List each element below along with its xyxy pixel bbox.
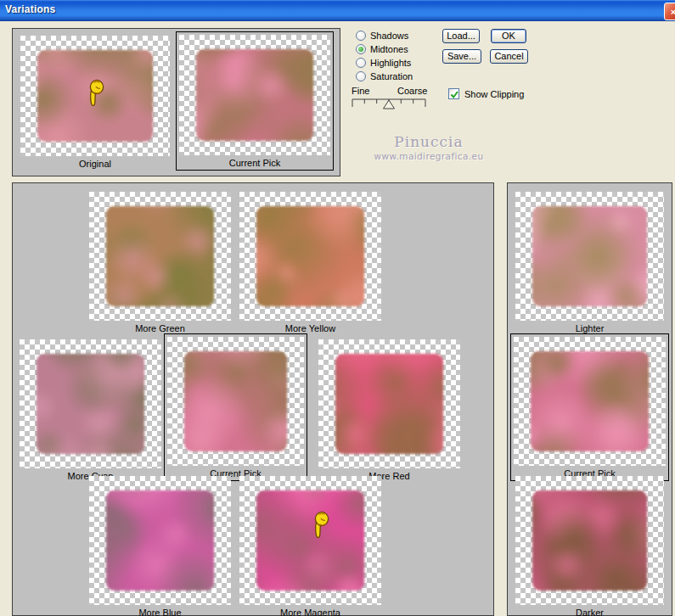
swatch-label: More Yellow <box>239 323 381 333</box>
swatch-label: More Green <box>89 323 231 333</box>
swatch-label: Original <box>20 159 170 169</box>
watermark-name: Pinuccia <box>357 133 501 150</box>
save-button[interactable]: Save... <box>442 49 481 64</box>
radio-highlights[interactable]: Highlights <box>356 57 411 69</box>
swatch-label: Lighter <box>515 323 664 333</box>
swatch-current-pick-main[interactable]: Current Pick <box>164 333 307 481</box>
swatch-image <box>106 206 214 306</box>
selected-pick-border: Current Pick <box>164 333 307 481</box>
swatch-thumbnail[interactable] <box>318 339 460 468</box>
radio-label: Highlights <box>370 58 411 68</box>
swatch-image <box>37 354 144 454</box>
swatch-thumbnail[interactable] <box>89 192 231 321</box>
swatch-thumbnail[interactable] <box>239 476 381 605</box>
preview-panel: Original Current Pick <box>12 28 340 176</box>
radio-label: Midtones <box>370 44 408 54</box>
variations-dialog: Variations × Original Current Pick Shado… <box>0 0 675 616</box>
radio-midtones[interactable]: Midtones <box>356 43 408 55</box>
swatch-original[interactable]: Original <box>20 36 170 169</box>
swatch-current-pick-top[interactable]: Current Pick <box>176 31 334 171</box>
show-clipping-label: Show Clipping <box>464 89 524 99</box>
radio-icon <box>356 71 366 81</box>
swatch-label: More Magenta <box>239 608 381 616</box>
show-clipping-checkbox[interactable] <box>448 88 459 99</box>
swatch-darker[interactable]: Darker <box>515 476 664 616</box>
swatch-thumbnail[interactable] <box>167 337 304 466</box>
close-button[interactable]: × <box>664 3 675 20</box>
variations-panel: More Green More Yellow More Cyan Current… <box>12 182 494 616</box>
swatch-image <box>106 490 214 591</box>
swatch-more-red[interactable]: More Red <box>318 339 460 481</box>
swatch-more-green[interactable]: More Green <box>89 192 231 333</box>
swatch-image <box>184 351 287 451</box>
swatch-more-cyan[interactable]: More Cyan <box>20 339 161 481</box>
radio-saturation[interactable]: Saturation <box>356 70 413 82</box>
swatch-thumbnail[interactable] <box>515 192 664 321</box>
selected-pick-border: Current Pick <box>176 31 334 171</box>
checkmark-icon <box>449 89 460 100</box>
swatch-more-yellow[interactable]: More Yellow <box>239 192 381 333</box>
swatch-thumbnail[interactable] <box>514 337 666 466</box>
swatch-more-blue[interactable]: More Blue <box>89 476 231 616</box>
slider-thumb-icon <box>384 100 395 109</box>
lightness-panel: Lighter Current Pick Darker <box>507 182 672 616</box>
swatch-image <box>256 490 364 591</box>
window-title: Variations <box>5 3 55 15</box>
radio-icon <box>356 31 366 41</box>
close-icon: × <box>671 7 675 17</box>
swatch-label: More Blue <box>89 608 231 616</box>
load-button[interactable]: Load... <box>442 29 480 43</box>
fine-coarse-slider[interactable] <box>350 95 430 112</box>
selected-pick-border: Current Pick <box>510 333 669 481</box>
swatch-thumbnail[interactable] <box>20 339 161 468</box>
radio-shadows[interactable]: Shadows <box>356 30 408 42</box>
radio-label: Shadows <box>370 31 408 41</box>
swatch-more-magenta[interactable]: More Magenta <box>239 476 381 616</box>
swatch-image <box>532 206 647 306</box>
swatch-thumbnail[interactable] <box>20 36 170 156</box>
swatch-image <box>196 49 313 141</box>
swatch-image <box>532 490 647 591</box>
watermark: Pinuccia www.maidiregrafica.eu <box>357 133 501 161</box>
swatch-current-pick-side[interactable]: Current Pick <box>510 333 669 481</box>
hand-cursor-icon <box>86 79 104 108</box>
radio-label: Saturation <box>370 71 413 81</box>
swatch-label: Darker <box>515 608 664 616</box>
swatch-thumbnail[interactable] <box>179 35 330 155</box>
swatch-label: Current Pick <box>179 158 330 168</box>
cancel-button[interactable]: Cancel <box>490 49 528 64</box>
hand-cursor-icon <box>311 511 329 540</box>
radio-icon <box>356 44 366 54</box>
titlebar[interactable]: Variations × <box>0 0 675 21</box>
swatch-thumbnail[interactable] <box>89 476 231 605</box>
watermark-url: www.maidiregrafica.eu <box>357 151 501 161</box>
swatch-image <box>335 354 443 454</box>
swatch-image <box>531 351 649 451</box>
radio-icon <box>356 58 366 68</box>
swatch-thumbnail[interactable] <box>515 476 664 605</box>
ok-button[interactable]: OK <box>491 29 526 43</box>
swatch-thumbnail[interactable] <box>239 192 381 321</box>
swatch-image <box>256 206 364 306</box>
swatch-lighter[interactable]: Lighter <box>515 192 664 333</box>
